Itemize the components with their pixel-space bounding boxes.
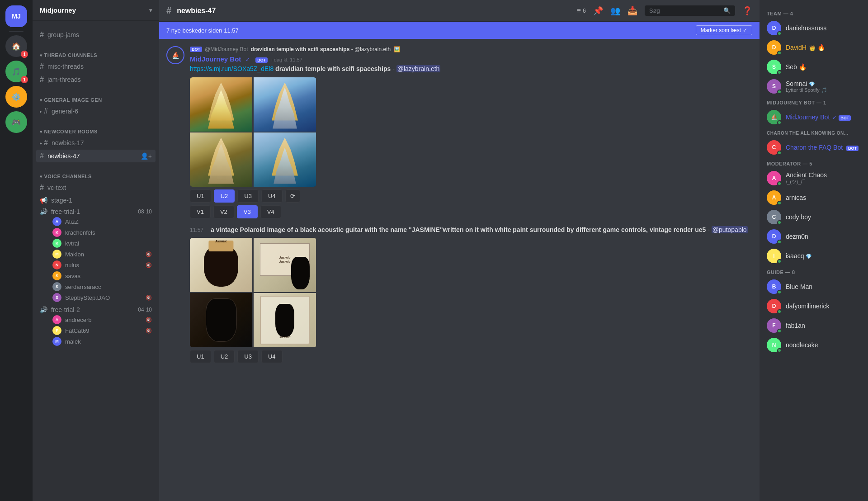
member-cody-boy[interactable]: C cody boy (763, 208, 864, 227)
server-icon-4[interactable]: 🎮 (5, 111, 27, 133)
button-u3[interactable]: U3 (237, 189, 259, 203)
search-placeholder: Søg (649, 7, 660, 14)
button-v1[interactable]: V1 (190, 205, 211, 218)
channel-item-jam-threads[interactable]: # jam-threads (36, 73, 156, 86)
button-v3[interactable]: V3 (237, 205, 258, 218)
mark-read-label: Marker som læst (701, 27, 741, 33)
inbox-icon[interactable]: 📥 (627, 6, 637, 16)
server-icon-2[interactable]: 🎵 1 (5, 61, 27, 82)
button-u1[interactable]: U1 (190, 189, 211, 203)
member-dezm0n[interactable]: D dezm0n (763, 227, 864, 246)
member-isaacq[interactable]: I isaacq 💎 (763, 246, 864, 265)
top-channels: # group-jams (33, 21, 159, 43)
channel-item-stage-1[interactable]: 📢 stage-1 (36, 194, 156, 206)
general-image-gen-header[interactable]: ▾ GENERAL IMAGE GEN (36, 95, 156, 104)
speaker-icon: 🔊 (40, 306, 47, 313)
member-avatar-fatcat69: F (52, 326, 61, 335)
server-icon-3[interactable]: ⚙️ (5, 86, 27, 108)
prompt-text: dravidian temple with scifi spaceships (275, 65, 391, 72)
member-avatar-ancient-chaos: A (767, 171, 781, 185)
fire-icon: 🔥 (799, 63, 807, 71)
temple-image-grid (190, 77, 316, 187)
voice-member-stepbystep: S StepbyStep.DAO 🔇 (52, 292, 152, 303)
member-name-andrecerb: andrecerb (65, 317, 92, 323)
button-refresh[interactable]: ⟳ (285, 189, 300, 203)
newcomer-rooms-label: NEWCOMER ROOMS (44, 129, 98, 134)
guitar-button-u3[interactable]: U3 (237, 350, 259, 363)
guitar-button-u4[interactable]: U4 (261, 350, 283, 363)
member-name-nulus: nulus (65, 262, 79, 269)
member-avatar-makion: M (52, 250, 61, 259)
guitar-button-u1[interactable]: U1 (190, 350, 211, 363)
member-fab1an[interactable]: F fab1an (763, 316, 864, 335)
button-u4[interactable]: U4 (261, 189, 283, 203)
bot-tag: BOT (839, 115, 851, 121)
member-avatar-isaacq: I (767, 249, 781, 263)
thread-channels-header[interactable]: ▾ THREAD CHANNELS (36, 51, 156, 60)
mj-link[interactable]: https://s.mj.run/SOXa5Z_dEl8 (190, 65, 274, 72)
member-noodlecake[interactable]: N noodlecake (763, 336, 864, 354)
guitar-image-grid: Jasmic JasmicJasmic (190, 238, 316, 347)
channel-name-vc-text: vc-text (47, 184, 66, 191)
guitar-prompt-header: 11:57 a vintage Polaroid image of a blac… (190, 226, 752, 235)
channel-item-group-jams[interactable]: # group-jams (36, 28, 156, 41)
count-extra: 10 (146, 208, 152, 215)
status-dot-online (777, 201, 782, 205)
user-add-icon[interactable]: 👤+ (141, 152, 152, 160)
channel-item-newbies-47[interactable]: # newbies-47 👤+ (36, 150, 156, 162)
pin-icon[interactable]: 📌 (593, 6, 603, 16)
newcomer-rooms-header[interactable]: ▾ NEWCOMER ROOMS (36, 127, 156, 136)
hash-icon: # (40, 184, 44, 192)
button-u2[interactable]: U2 (214, 189, 235, 203)
server-icon-1[interactable]: 🏠 1 (5, 35, 27, 57)
collapse-arrow-icon: ▾ (40, 174, 42, 179)
mark-read-button[interactable]: Marker som læst ✓ (696, 25, 752, 35)
section-title-team: TEAM — 4 (763, 7, 864, 18)
voice-channel-free-trial-2[interactable]: 🔊 free-trial-2 04 10 A andrecerb 🔇 F Fat… (36, 305, 156, 348)
member-davidh[interactable]: D DavidH 👑 🔥 (763, 38, 864, 57)
member-avatar-savas: S (52, 271, 61, 280)
button-v2[interactable]: V2 (213, 205, 234, 218)
member-info-charon-bot: Charon the FAQ Bot BOT (786, 144, 859, 151)
voice-members-list-2: A andrecerb 🔇 F FatCat69 🔇 M malek (40, 314, 152, 347)
member-arnicas[interactable]: A arnicas (763, 188, 864, 207)
member-avatar-mj-bot: ⛵ (767, 110, 781, 124)
message-group-temple: ⛵ BOT @MidJourney Bot dravidian temple w… (166, 46, 752, 218)
guitar-img-2: JasmicJasmic (254, 238, 316, 292)
member-info-dezm0n: dezm0n (786, 233, 808, 240)
member-avatar-andrecerb: A (52, 315, 61, 324)
server-separator (9, 31, 24, 32)
channel-item-general-6[interactable]: ▸ # general-6 (36, 105, 156, 118)
member-info-danielrussruss: danielrussruss (786, 24, 826, 32)
member-name-text-cody-boy: cody boy (786, 213, 811, 221)
server-header[interactable]: Midjourney ▾ (33, 0, 159, 21)
member-danielrussruss[interactable]: D danielrussruss (763, 19, 864, 38)
member-somnai[interactable]: S Somnai 💎 Lytter til Spotify 🎵 (763, 77, 864, 96)
members-icon[interactable]: 👥 (610, 6, 620, 16)
section-title-guide: GUIDE — 8 (763, 266, 864, 277)
member-mj-bot[interactable]: ⛵ MidJourney Bot ✓BOT (763, 108, 864, 127)
search-bar[interactable]: Søg 🔍 (645, 5, 735, 16)
button-v4[interactable]: V4 (260, 205, 281, 218)
section-title-moderator: MODERATOR — 5 (763, 157, 864, 168)
voice-channel-free-trial-1[interactable]: 🔊 free-trial-1 08 10 A AtizZ K krachenfe… (36, 207, 156, 304)
member-info-ancient-chaos: Ancient Chaos \_(ツ)_/¯ (786, 171, 827, 185)
channel-name-jam-threads: jam-threads (47, 76, 81, 83)
checkmark-icon: ✓ (743, 27, 747, 33)
voice-channels-header[interactable]: ▾ VOICE CHANNELS (36, 172, 156, 181)
member-ancient-chaos[interactable]: A Ancient Chaos \_(ツ)_/¯ (763, 169, 864, 188)
member-blue-man[interactable]: B Blue Man (763, 277, 864, 296)
member-name-text-charon-bot: Charon the FAQ Bot BOT (786, 144, 859, 151)
member-charon-bot[interactable]: C Charon the FAQ Bot BOT (763, 138, 864, 157)
member-dafyomilimerick[interactable]: D dafyomilimerick (763, 297, 864, 316)
channel-item-misc-threads[interactable]: # misc-threads (36, 60, 156, 73)
member-seb[interactable]: S Seb 🔥 (763, 57, 864, 76)
guitar-button-u2[interactable]: U2 (214, 350, 235, 363)
channel-item-vc-text[interactable]: # vc-text (36, 181, 156, 194)
thread-count-display[interactable]: ≡ 6 (576, 7, 586, 15)
status-dot-online (777, 220, 782, 225)
server-icon-midjourney[interactable]: MJ (5, 5, 27, 27)
member-avatar-dafyomilimerick: D (767, 299, 781, 313)
help-icon[interactable]: ❓ (742, 6, 752, 16)
channel-item-newbies-17[interactable]: ▸ # newbies-17 (36, 137, 156, 149)
